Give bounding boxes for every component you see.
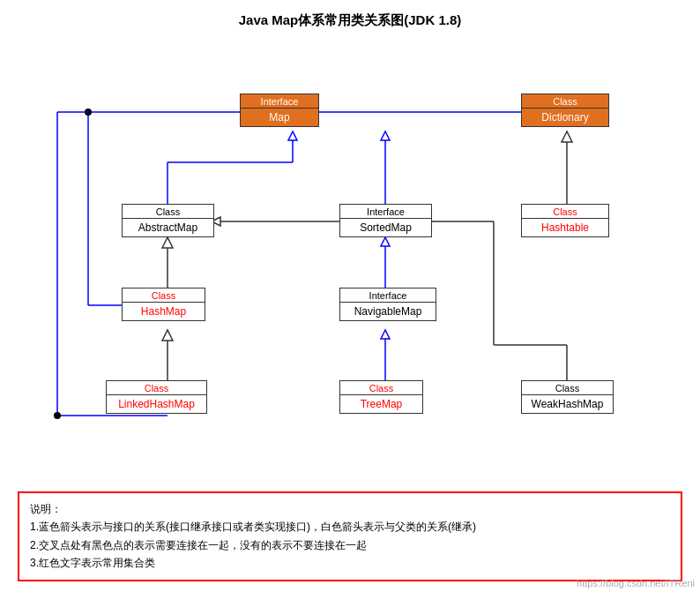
box-type-weakhashmap: Class — [522, 381, 613, 395]
box-name-hashmap: HashMap — [123, 303, 205, 320]
box-name-weakhashmap: WeakHashMap — [522, 395, 613, 413]
box-class-weakhashmap: Class WeakHashMap — [521, 380, 614, 414]
box-type-linkedhashmap: Class — [107, 381, 206, 395]
svg-marker-16 — [162, 330, 173, 341]
legend-line-3: 3.红色文字表示常用集合类 — [30, 554, 670, 572]
watermark: https://blog.csdn.net/ITReni — [577, 578, 695, 588]
box-type-treemap: Class — [340, 381, 422, 395]
box-type-navigablemap: Interface — [340, 289, 436, 303]
box-class-linkedhashmap: Class LinkedHashMap — [106, 380, 207, 414]
svg-point-29 — [54, 412, 61, 419]
box-class-hashmap: Class HashMap — [122, 288, 205, 321]
box-name-linkedhashmap: LinkedHashMap — [107, 395, 206, 413]
box-name-hashtable: Hashtable — [522, 219, 608, 236]
svg-point-20 — [85, 109, 92, 116]
box-name-abstractmap: AbstractMap — [123, 219, 213, 236]
legend-box: 说明： 1.蓝色箭头表示与接口的关系(接口继承接口或者类实现接口)，白色箭头表示… — [18, 491, 682, 581]
box-name-navigablemap: NavigableMap — [340, 303, 436, 320]
box-type-hashtable: Class — [522, 205, 608, 219]
box-type-class-dictionary: Class — [522, 94, 608, 109]
box-interface-map: Interface Map — [240, 94, 319, 127]
legend-line-2: 2.交叉点处有黑色点的表示需要连接在一起，没有的表示不要连接在一起 — [30, 536, 670, 554]
box-type-interface-map: Interface — [241, 94, 318, 109]
svg-marker-3 — [288, 131, 297, 140]
svg-marker-7 — [381, 237, 390, 246]
box-name-interface-map: Map — [241, 109, 318, 126]
box-class-hashtable: Class Hashtable — [521, 204, 609, 237]
svg-marker-5 — [381, 131, 390, 140]
page-title: Java Map体系常用类关系图(JDK 1.8) — [0, 0, 700, 36]
diagram-area: Interface Map Class Dictionary Class Abs… — [0, 36, 700, 486]
legend-title: 说明： — [30, 500, 670, 518]
svg-marker-9 — [381, 330, 390, 339]
box-name-class-dictionary: Dictionary — [522, 109, 608, 126]
box-class-abstractmap: Class AbstractMap — [122, 204, 214, 237]
box-interface-navigablemap: Interface NavigableMap — [339, 288, 436, 321]
box-type-hashmap: Class — [123, 289, 205, 303]
box-type-abstractmap: Class — [123, 205, 213, 219]
box-class-treemap: Class TreeMap — [339, 380, 423, 414]
legend-line-1: 1.蓝色箭头表示与接口的关系(接口继承接口或者类实现接口)，白色箭头表示与父类的… — [30, 518, 670, 536]
svg-marker-14 — [162, 237, 173, 248]
box-interface-sortedmap: Interface SortedMap — [339, 204, 432, 237]
box-class-dictionary: Class Dictionary — [521, 94, 609, 127]
svg-marker-11 — [562, 131, 572, 142]
box-type-sortedmap: Interface — [340, 205, 431, 219]
box-name-sortedmap: SortedMap — [340, 219, 431, 236]
box-name-treemap: TreeMap — [340, 395, 422, 413]
page-container: Java Map体系常用类关系图(JDK 1.8) — [0, 0, 700, 592]
